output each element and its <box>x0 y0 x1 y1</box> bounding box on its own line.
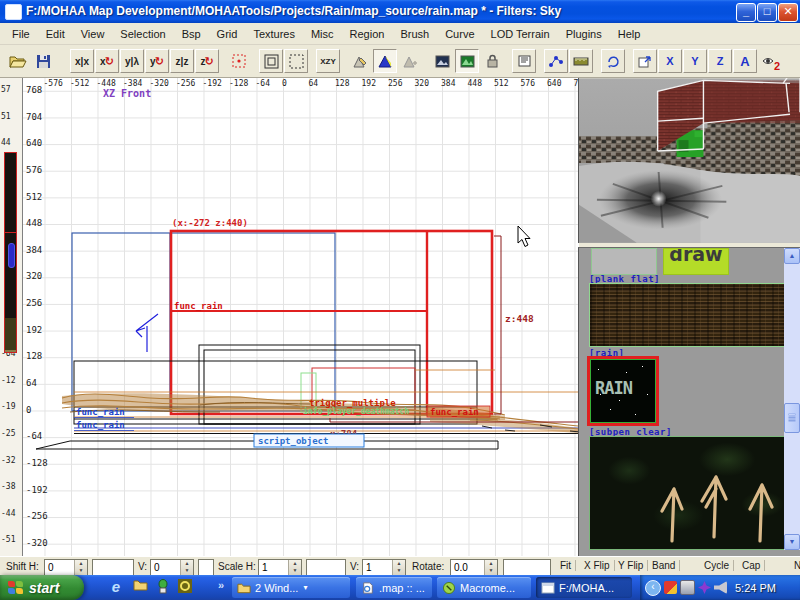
menu-item[interactable]: Textures <box>245 26 303 42</box>
task-button-map-page[interactable]: .map :: ... <box>356 577 432 598</box>
rotate-z-button[interactable]: z↻ <box>195 49 219 73</box>
internet-explorer-icon[interactable]: e <box>108 579 124 595</box>
menu-item[interactable]: Edit <box>38 26 73 42</box>
hollow-button[interactable] <box>259 49 283 73</box>
selected-brush[interactable] <box>171 231 492 414</box>
maximize-button[interactable]: □ <box>757 3 777 22</box>
menu-item[interactable]: Bsp <box>174 26 209 42</box>
view-3d-canvas[interactable] <box>578 78 800 243</box>
quick-launch-chevron[interactable]: » <box>218 579 224 591</box>
band-button[interactable]: Band <box>648 560 680 571</box>
scale-h-spinner[interactable]: 1▲▼ <box>258 559 302 576</box>
spinner-arrows[interactable]: ▲▼ <box>74 560 87 575</box>
na-button[interactable]: Na <box>790 560 800 571</box>
blank-field[interactable] <box>306 559 346 576</box>
menu-item[interactable]: File <box>4 26 38 42</box>
quick-launch-media-icon[interactable] <box>177 579 193 595</box>
tray-launcher-icon[interactable] <box>680 580 695 595</box>
shift-h-spinner[interactable]: 0▲▼ <box>44 559 88 576</box>
console-button[interactable] <box>512 49 536 73</box>
resize-window-button[interactable] <box>633 49 657 73</box>
show-entities-button[interactable]: 2 <box>758 49 782 73</box>
spinner-arrows[interactable]: ▲▼ <box>288 560 301 575</box>
menu-item[interactable]: LOD Terrain <box>483 26 558 42</box>
camera-icon[interactable] <box>136 314 158 352</box>
rotate-x-button[interactable]: x↻ <box>95 49 119 73</box>
texture-scrollbar[interactable]: ▲ ▼ <box>784 248 800 550</box>
tray-chevron-icon[interactable]: ‹ <box>645 580 661 596</box>
scale-v-spinner[interactable]: 1▲▼ <box>362 559 406 576</box>
task-button-mohaa-active[interactable]: F:/MOHA... <box>536 577 632 598</box>
menu-item[interactable]: Help <box>610 26 649 42</box>
scroll-up-button[interactable]: ▲ <box>784 248 800 264</box>
entity-path-button[interactable] <box>544 49 568 73</box>
task-button-macromedia[interactable]: Macrome... <box>437 577 531 598</box>
spinner-arrows[interactable]: ▲▼ <box>180 560 193 575</box>
texture-tool-button[interactable] <box>348 49 372 73</box>
z-checker-strip[interactable] <box>4 152 17 353</box>
blank-field[interactable] <box>198 559 214 576</box>
cap-button[interactable]: Cap <box>738 560 765 571</box>
menu-item[interactable]: Grid <box>209 26 246 42</box>
minimize-button[interactable]: _ <box>736 3 756 22</box>
textures-shaded-button[interactable] <box>455 49 479 73</box>
rotate-spinner[interactable]: 0.0▲▼ <box>450 559 498 576</box>
texture-plank-flat[interactable] <box>589 283 787 347</box>
texture-rain-selected[interactable]: RAIN <box>587 356 659 426</box>
lock-x-button[interactable]: X <box>658 49 682 73</box>
y-flip-button[interactable]: Y Flip <box>614 560 648 571</box>
ruler-icon <box>573 56 589 66</box>
blank-field[interactable] <box>92 559 134 576</box>
menu-item[interactable]: View <box>73 26 113 42</box>
task-button-windows-group[interactable]: 2 Wind...▾ <box>232 577 350 598</box>
rotate-y-button[interactable]: y↻ <box>145 49 169 73</box>
tray-purple-icon[interactable] <box>698 581 711 594</box>
measure-button[interactable] <box>569 49 593 73</box>
autocaulk-button[interactable]: A <box>733 49 757 73</box>
quick-launch-app-icon[interactable] <box>155 579 171 595</box>
cubic-clip-button[interactable] <box>373 49 397 73</box>
blank-field[interactable] <box>503 559 551 576</box>
fit-button[interactable]: Fit <box>556 560 576 571</box>
menu-item[interactable]: Region <box>342 26 393 42</box>
menu-item[interactable]: Misc <box>303 26 342 42</box>
spinner-arrows[interactable]: ▲▼ <box>392 560 405 575</box>
texture-swatch-gray[interactable] <box>591 248 657 275</box>
menu-item[interactable]: Plugins <box>558 26 610 42</box>
texture-view-button[interactable] <box>430 49 454 73</box>
volume-icon[interactable] <box>714 581 727 594</box>
flip-x-button[interactable]: x|x <box>70 49 94 73</box>
menu-item[interactable]: Selection <box>112 26 173 42</box>
view-2d-overlay[interactable]: XZ Front <box>22 78 578 556</box>
open-button[interactable] <box>6 49 30 73</box>
start-button[interactable]: start <box>0 575 84 600</box>
z-scale-window[interactable]: 575144 -64-12-19-25-32-38-44-51 <box>0 78 23 556</box>
cubic-clip-add-button[interactable] <box>398 49 422 73</box>
clipper-button[interactable] <box>227 49 251 73</box>
texture-subpen-clear[interactable] <box>589 436 787 550</box>
shift-v-spinner[interactable]: 0▲▼ <box>150 559 194 576</box>
flip-y-button[interactable]: y|λ <box>120 49 144 73</box>
entity-label-func-rain-1: func_rain <box>76 407 125 417</box>
scroll-down-button[interactable]: ▼ <box>784 534 800 550</box>
selection-button[interactable] <box>284 49 308 73</box>
tray-red-app-icon[interactable] <box>664 581 677 594</box>
cycle-button[interactable]: Cycle <box>700 560 734 571</box>
save-button[interactable] <box>31 49 55 73</box>
x-flip-button[interactable]: X Flip <box>580 560 615 571</box>
flip-z-button[interactable]: z|z <box>170 49 194 73</box>
spinner-arrows[interactable]: ▲▼ <box>484 560 497 575</box>
texture-draw[interactable]: draw <box>663 248 729 275</box>
change-views-button[interactable]: XZY <box>316 49 340 73</box>
close-button[interactable]: ✕ <box>778 3 798 22</box>
lock-y-button[interactable]: Y <box>683 49 707 73</box>
lock-z-button[interactable]: Z <box>708 49 732 73</box>
menu-item[interactable]: Curve <box>437 26 482 42</box>
title-bar[interactable]: F:/MOHAA Map Development/MOHAATools/Proj… <box>0 0 800 23</box>
scrollbar-thumb[interactable] <box>784 403 800 433</box>
texture-browser[interactable]: draw [plank_flat] [rain] RAIN [subpen_cl… <box>578 247 800 556</box>
quick-launch-folder-icon[interactable] <box>132 579 148 595</box>
texture-lock-button[interactable] <box>480 49 504 73</box>
refresh-button[interactable] <box>601 49 625 73</box>
menu-item[interactable]: Brush <box>392 26 437 42</box>
